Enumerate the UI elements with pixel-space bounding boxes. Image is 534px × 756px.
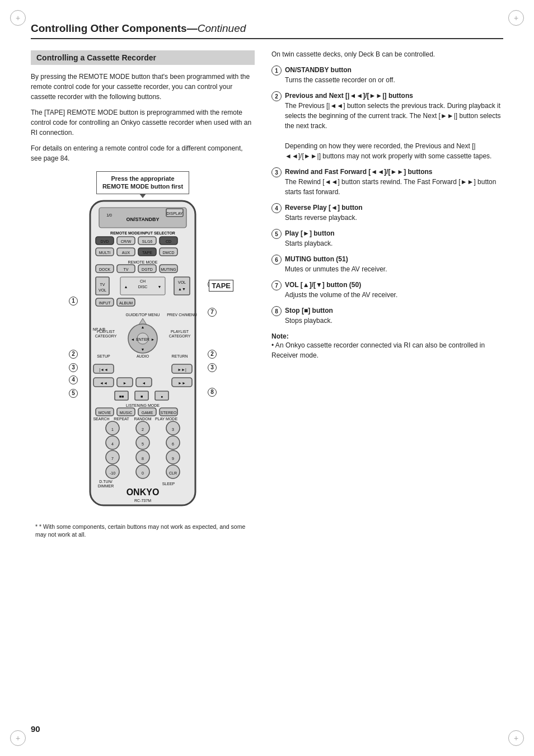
- remote-illustration-area: Press the appropriate REMOTE MODE button…: [31, 171, 255, 514]
- item-number-5: 5: [271, 229, 282, 239]
- item-number-8: 8: [271, 306, 282, 316]
- svg-text:▲▼: ▲▼: [178, 287, 186, 291]
- note-title: Note:: [271, 332, 289, 340]
- svg-text:MUTING: MUTING: [161, 267, 176, 271]
- corner-mark-br: [508, 730, 524, 746]
- section-para1: By pressing the REMOTE MODE button that'…: [31, 72, 255, 102]
- svg-text:D.TUN/: D.TUN/: [99, 480, 112, 483]
- item-content-5: Play [►] button Starts playback.: [285, 228, 335, 248]
- item-content-7: VOL [▲]/[▼] button (50) Adjusts the volu…: [285, 280, 397, 300]
- svg-text:DGTD: DGTD: [142, 267, 153, 271]
- svg-text:◄: ◄: [142, 381, 146, 385]
- label-8-right: 8: [208, 388, 217, 397]
- page: Controlling Other Components—Continued C…: [0, 0, 534, 756]
- svg-text:DOCK: DOCK: [99, 267, 111, 271]
- svg-text:9: 9: [172, 457, 174, 461]
- item-number-7: 7: [271, 280, 282, 290]
- svg-text:3: 3: [172, 428, 174, 431]
- svg-text:STEREO: STEREO: [161, 411, 177, 415]
- list-item: 8 Stop [■] button Stops playback.: [271, 306, 503, 326]
- svg-text:CR/W: CR/W: [121, 240, 132, 243]
- corner-mark-tl: [10, 10, 26, 26]
- svg-text:►: ►: [151, 337, 155, 341]
- item-title-8: Stop [■] button: [285, 307, 333, 314]
- svg-text:TV: TV: [124, 267, 129, 271]
- svg-text:ALBUM: ALBUM: [119, 301, 133, 305]
- label-3-left: 3: [69, 363, 78, 372]
- svg-text:1/0: 1/0: [106, 213, 112, 217]
- svg-text:DIMMER: DIMMER: [98, 484, 114, 488]
- list-item: 4 Reverse Play [◄] button Starts reverse…: [271, 203, 503, 223]
- svg-text:SLEEP: SLEEP: [162, 482, 175, 486]
- svg-text:●: ●: [161, 395, 163, 398]
- svg-text:MULTI: MULTI: [99, 251, 111, 255]
- svg-text:SETUP: SETUP: [97, 354, 110, 358]
- svg-text:6: 6: [172, 442, 174, 446]
- item-title-2: Previous and Next [|◄◄]/[►►|] buttons: [285, 92, 413, 100]
- tape-label: TAPE: [209, 280, 233, 292]
- svg-text:4: 4: [111, 442, 114, 446]
- item-number-3: 3: [271, 167, 282, 177]
- list-item: 7 VOL [▲]/[▼] button (50) Adjusts the vo…: [271, 280, 503, 300]
- label-3-right: 3: [208, 363, 217, 372]
- svg-text:PLAYLIST: PLAYLIST: [97, 330, 115, 334]
- note-text: • An Onkyo cassette recorder connected v…: [271, 341, 485, 359]
- svg-text:REMOTE MODE/INPUT SELECTOR: REMOTE MODE/INPUT SELECTOR: [110, 231, 175, 235]
- item-content-8: Stop [■] button Stops playback.: [285, 306, 333, 326]
- item-text-7: Adjusts the volume of the AV receiver.: [285, 291, 397, 299]
- svg-text:7: 7: [111, 457, 114, 461]
- svg-text:▲: ▲: [141, 325, 145, 329]
- label-5-left: 5: [69, 389, 78, 398]
- item-text-2-p1: The Previous [|◄◄] button selects the pr…: [285, 102, 501, 130]
- item-number-2: 2: [271, 91, 282, 101]
- list-item: 5 Play [►] button Starts playback.: [271, 228, 503, 248]
- svg-text:CLR: CLR: [169, 471, 177, 475]
- item-list: 1 ON/STANDBY button Turns the cassette r…: [271, 65, 503, 326]
- svg-text:DISPLAY: DISPLAY: [166, 212, 182, 215]
- svg-text:LISTENING MODE: LISTENING MODE: [126, 403, 160, 407]
- item-content-6: MUTING button (51) Mutes or unmutes the …: [285, 254, 387, 274]
- list-item: 1 ON/STANDBY button Turns the cassette r…: [271, 65, 503, 85]
- corner-mark-tr: [508, 10, 524, 26]
- svg-text:▼: ▼: [158, 285, 162, 289]
- svg-text:SL/16: SL/16: [142, 240, 152, 243]
- svg-text:CD: CD: [166, 240, 171, 243]
- svg-text:DMCD: DMCD: [163, 251, 175, 255]
- section-para2: The [TAPE] REMOTE MODE button is preprog…: [31, 107, 255, 138]
- item-text-1: Turns the cassette recorder on or off.: [285, 76, 395, 84]
- svg-text:REPEAT: REPEAT: [114, 417, 129, 421]
- svg-rect-40: [174, 277, 190, 295]
- svg-text:ONKYO: ONKYO: [127, 487, 160, 497]
- item-number-4: 4: [271, 203, 282, 213]
- label-7-right: 7: [208, 308, 217, 317]
- svg-text:RETURN: RETURN: [171, 354, 188, 358]
- label-4-left: 4: [69, 375, 78, 384]
- svg-text:MUSIC: MUSIC: [120, 411, 133, 415]
- svg-text:DISC: DISC: [138, 285, 148, 289]
- svg-text:INPUT: INPUT: [99, 301, 111, 305]
- svg-text:ON/STANDBY: ON/STANDBY: [127, 217, 160, 222]
- svg-text:◄◄: ◄◄: [100, 381, 107, 385]
- label-2-left: 2: [69, 350, 78, 359]
- item-content-2: Previous and Next [|◄◄]/[►►|] buttons Th…: [285, 91, 503, 161]
- svg-text:▲: ▲: [124, 285, 128, 289]
- svg-text:►: ►: [123, 381, 127, 385]
- svg-text:0: 0: [142, 471, 144, 475]
- page-number: 90: [31, 724, 40, 734]
- item-text-6: Mutes or unmutes the AV receiver.: [285, 265, 387, 273]
- item-number-1: 1: [271, 65, 282, 76]
- svg-text:AUX: AUX: [122, 251, 130, 255]
- content-columns: Controlling a Cassette Recorder By press…: [31, 50, 503, 539]
- svg-text:CATEGORY: CATEGORY: [169, 334, 191, 338]
- page-header: Controlling Other Components—Continued: [31, 22, 503, 39]
- item-number-6: 6: [271, 255, 282, 265]
- svg-text:ENTER: ENTER: [136, 337, 149, 341]
- corner-mark-bl: [10, 730, 26, 746]
- left-column: Controlling a Cassette Recorder By press…: [31, 50, 255, 539]
- right-column: On twin cassette decks, only Deck B can …: [271, 50, 503, 539]
- svg-text:GUIDE/TOP MENU: GUIDE/TOP MENU: [126, 313, 160, 317]
- item-text-2-p2: Depending on how they were recorded, the…: [285, 142, 491, 160]
- svg-text:AUDIO: AUDIO: [137, 354, 149, 358]
- svg-text:CATEGORY: CATEGORY: [95, 334, 117, 338]
- svg-text:8: 8: [142, 457, 144, 461]
